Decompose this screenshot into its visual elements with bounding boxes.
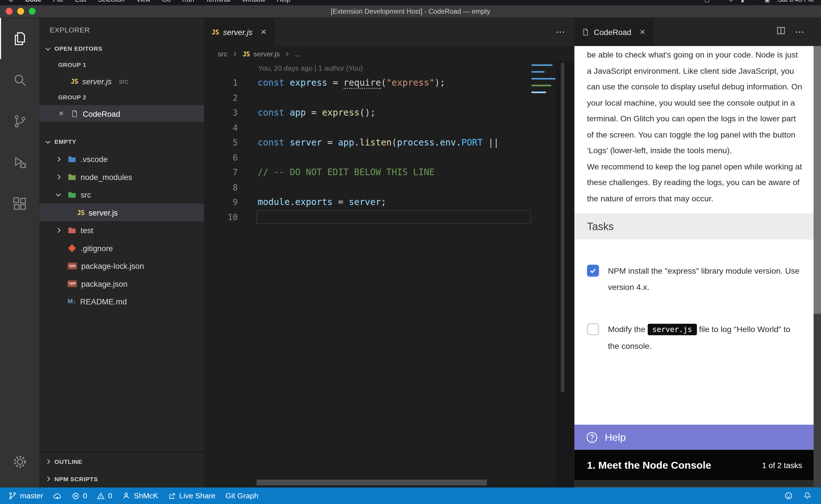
menu-edit[interactable]: Edit xyxy=(75,0,86,3)
menu-window[interactable]: Window xyxy=(242,0,266,3)
breadcrumb-file[interactable]: server.js xyxy=(254,50,280,58)
code-editor[interactable]: You, 20 days ago | 1 author (You) 1const… xyxy=(204,62,574,487)
code-line-6[interactable]: 6 xyxy=(204,150,574,165)
workspace-header[interactable]: EMPTY xyxy=(39,133,204,150)
editor-horizontal-scrollbar[interactable] xyxy=(257,480,487,485)
tab-label: CodeRoad xyxy=(594,27,632,36)
status-git-graph[interactable]: Git Graph xyxy=(226,492,258,500)
apple-menu-icon[interactable]: ⚙ xyxy=(8,0,13,3)
menu-go[interactable]: Go xyxy=(162,0,171,3)
activity-manage-icon[interactable] xyxy=(0,441,39,482)
tab-coderoad[interactable]: CodeRoad × xyxy=(574,18,653,46)
menu-clock-icon[interactable]: ◔ xyxy=(718,0,721,3)
code-line-2[interactable]: 2 xyxy=(204,90,574,105)
code-line-1[interactable]: 1const express = require("express"); xyxy=(204,75,574,90)
code-line-7[interactable]: 7// -- DO NOT EDIT BELOW THIS LINE xyxy=(204,165,574,180)
menu-selection[interactable]: Selection xyxy=(98,0,124,3)
code-line-10[interactable]: 10 xyxy=(204,210,574,224)
panel-scrollbar[interactable] xyxy=(814,18,821,487)
code-line-8[interactable]: 8 xyxy=(204,180,574,194)
editor-more-actions-icon[interactable]: ⋯ xyxy=(555,26,565,38)
status-errors[interactable]: 0 xyxy=(72,492,87,500)
line-number: 7 xyxy=(204,165,238,180)
close-window-button[interactable] xyxy=(6,8,13,15)
menu-help[interactable]: Help xyxy=(277,0,290,3)
status-git-branch[interactable]: master xyxy=(8,492,43,500)
activity-search-icon[interactable] xyxy=(0,59,39,101)
cloud-icon xyxy=(53,491,62,500)
npm-file-icon: npm xyxy=(68,280,77,287)
code-line-3[interactable]: 3const app = express(); xyxy=(204,105,574,120)
tree-item-package-json[interactable]: npmpackage.json xyxy=(39,274,204,292)
status-live-share[interactable]: Live Share xyxy=(168,492,216,500)
breadcrumb-more[interactable]: ... xyxy=(295,50,301,58)
status-publish-changes[interactable] xyxy=(53,491,62,500)
task-checkbox[interactable] xyxy=(587,323,599,335)
tree-item-gitignore[interactable]: .gitignore xyxy=(39,239,204,257)
chevron-down-icon[interactable] xyxy=(54,190,63,199)
chevron-right-icon[interactable] xyxy=(54,172,63,181)
help-button[interactable]: Help xyxy=(574,425,814,450)
menu-terminal[interactable]: Terminal xyxy=(206,0,230,3)
open-editor-coderoad[interactable]: ×CodeRoad xyxy=(39,105,204,122)
close-tab-icon[interactable]: × xyxy=(640,26,645,38)
breadcrumb-folder[interactable]: src xyxy=(218,50,227,58)
npm-scripts-section-header[interactable]: NPM SCRIPTS xyxy=(39,470,204,487)
menu-file[interactable]: File xyxy=(53,0,64,3)
tree-item-node-modules[interactable]: node_modules xyxy=(39,168,204,186)
code-text: module.exports = server; xyxy=(258,197,386,207)
panel-more-actions-icon[interactable]: ⋯ xyxy=(795,26,804,38)
chevron-right-icon[interactable] xyxy=(54,226,63,235)
tree-item-test[interactable]: test xyxy=(39,221,204,239)
breadcrumb-separator-icon xyxy=(284,50,291,57)
status-warnings[interactable]: 0 xyxy=(97,492,112,500)
scrollbar-thumb[interactable] xyxy=(814,46,821,314)
js-file-icon: JS xyxy=(242,50,250,58)
activity-extensions-icon[interactable] xyxy=(0,183,39,224)
menu-wifi-icon[interactable]: ◠ xyxy=(752,0,757,3)
minimap[interactable] xyxy=(531,64,556,98)
tree-item-vscode[interactable]: .vscode xyxy=(39,150,204,168)
menu-view[interactable]: View xyxy=(136,0,150,3)
status-feedback[interactable] xyxy=(784,492,793,500)
menu-code[interactable]: Code xyxy=(25,0,41,3)
open-editor-server-js[interactable]: JSserver.jssrc xyxy=(39,73,204,89)
code-line-4[interactable]: 4 xyxy=(204,120,574,135)
open-editors-header[interactable]: OPEN EDITORS xyxy=(39,40,204,57)
task-checkbox[interactable] xyxy=(587,265,599,276)
status-notifications[interactable] xyxy=(803,492,812,500)
menu-window-icon[interactable]: ▢ xyxy=(705,0,710,3)
menu-clock[interactable]: Sat 6:43 PM xyxy=(778,0,814,3)
git-blame-annotation[interactable]: You, 20 days ago | 1 author (You) xyxy=(204,62,574,75)
markdown-file-icon: M↓ xyxy=(68,298,76,305)
coderoad-content: be able to check what's going on in your… xyxy=(574,46,814,487)
menu-run[interactable]: Run xyxy=(182,0,194,3)
activity-source-control-icon[interactable] xyxy=(0,101,39,142)
tree-item-package-lock-json[interactable]: npmpackage-lock.json xyxy=(39,257,204,274)
tree-item-server-js[interactable]: JSserver.js xyxy=(39,203,204,221)
workspace-label: EMPTY xyxy=(54,139,76,145)
breadcrumb[interactable]: src JS server.js ... xyxy=(204,46,574,62)
activity-explorer-icon[interactable] xyxy=(0,18,39,59)
chevron-right-icon[interactable] xyxy=(54,154,63,164)
scrollbar-thumb[interactable] xyxy=(561,63,564,392)
tab-server-js[interactable]: JS server.js × xyxy=(204,18,274,46)
tree-item-label: test xyxy=(81,226,93,235)
outline-section-header[interactable]: OUTLINE xyxy=(39,453,204,470)
scrollbar-thumb[interactable] xyxy=(257,480,487,485)
menu-sync-icon[interactable]: ↻ xyxy=(729,0,733,3)
code-line-9[interactable]: 9module.exports = server; xyxy=(204,194,574,209)
editor-vertical-scrollbar[interactable] xyxy=(556,62,574,487)
code-line-5[interactable]: 5const server = app.listen(process.env.P… xyxy=(204,135,574,150)
minimize-window-button[interactable] xyxy=(17,8,24,15)
tree-item-readme-md[interactable]: M↓README.md xyxy=(39,292,204,310)
close-editor-icon[interactable]: × xyxy=(56,109,67,118)
close-tab-icon[interactable]: × xyxy=(261,26,266,38)
split-editor-icon[interactable] xyxy=(777,26,785,38)
menu-control-center-icon[interactable]: ▣ xyxy=(765,0,770,3)
zoom-window-button[interactable] xyxy=(29,8,36,15)
activity-run-and-debug-icon[interactable] xyxy=(0,142,39,183)
tree-item-src[interactable]: src xyxy=(39,186,204,203)
status-account-shmck[interactable]: ShMcK xyxy=(122,492,158,500)
menu-battery-icon[interactable]: ▮ xyxy=(741,0,744,3)
